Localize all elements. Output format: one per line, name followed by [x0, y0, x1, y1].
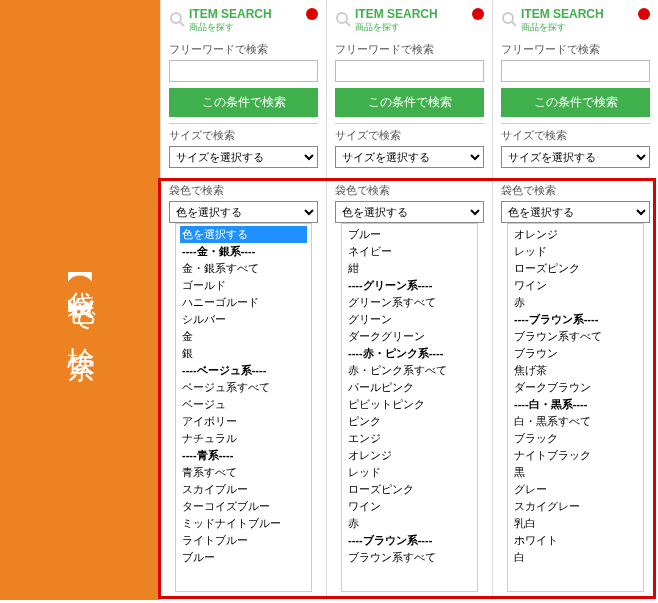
color-option[interactable]: 焦げ茶 [512, 362, 639, 379]
search-panel: ITEM SEARCH 商品を探す フリーワードで検索 この条件で検索 サイズで… [160, 0, 326, 600]
color-option[interactable]: 黒 [512, 464, 639, 481]
color-option[interactable]: オレンジ [512, 226, 639, 243]
color-option[interactable]: ----ブラウン系---- [512, 311, 639, 328]
color-search-section: 袋色で検索 色を選択する ブルーネイビー紺----グリーン系----グリーン系す… [335, 178, 484, 598]
color-option[interactable]: 乳白 [512, 515, 639, 532]
color-option[interactable]: ローズピンク [346, 481, 473, 498]
freeword-label: フリーワードで検索 [169, 42, 318, 57]
color-option[interactable]: スカイグレー [512, 498, 639, 515]
color-option[interactable]: 白・黒系すべて [512, 413, 639, 430]
notification-dot-icon [306, 8, 318, 20]
color-search-label: 袋色で検索 [501, 183, 650, 198]
panels-wrap: ITEM SEARCH 商品を探す フリーワードで検索 この条件で検索 サイズで… [160, 0, 658, 600]
freeword-input[interactable] [169, 60, 318, 82]
color-option[interactable]: ナチュラル [180, 430, 307, 447]
color-option[interactable]: ----白・黒系---- [512, 396, 639, 413]
freeword-input[interactable] [501, 60, 650, 82]
color-option[interactable]: 金・銀系すべて [180, 260, 307, 277]
color-option[interactable]: ミッドナイトブルー [180, 515, 307, 532]
size-select[interactable]: サイズを選択する [169, 146, 318, 168]
color-option[interactable]: ----ブラウン系---- [346, 532, 473, 549]
color-option[interactable]: ワイン [346, 498, 473, 515]
svg-line-5 [512, 22, 516, 26]
color-option[interactable]: 赤・ピンク系すべて [346, 362, 473, 379]
color-option[interactable]: ナイトブラック [512, 447, 639, 464]
color-option[interactable]: ブルー [180, 549, 307, 566]
color-option[interactable]: ターコイズブルー [180, 498, 307, 515]
color-option[interactable]: パールピンク [346, 379, 473, 396]
color-option[interactable]: 金 [180, 328, 307, 345]
size-search-label: サイズで検索 [169, 128, 318, 143]
color-option[interactable]: 銀 [180, 345, 307, 362]
color-option[interactable]: ブルー [346, 226, 473, 243]
size-search-label: サイズで検索 [501, 128, 650, 143]
search-icon [335, 11, 351, 31]
color-option[interactable]: ゴールド [180, 277, 307, 294]
color-select[interactable]: 色を選択する [335, 201, 484, 223]
color-option[interactable]: スカイブルー [180, 481, 307, 498]
color-option[interactable]: ----赤・ピンク系---- [346, 345, 473, 362]
color-option[interactable]: シルバー [180, 311, 307, 328]
freeword-label: フリーワードで検索 [501, 42, 650, 57]
color-search-section: 袋色で検索 色を選択する 色を選択する----金・銀系----金・銀系すべてゴー… [169, 178, 318, 598]
size-select[interactable]: サイズを選択する [335, 146, 484, 168]
notification-dot-icon [638, 8, 650, 20]
search-button[interactable]: この条件で検索 [501, 88, 650, 117]
color-select[interactable]: 色を選択する [501, 201, 650, 223]
color-option[interactable]: ピビットピンク [346, 396, 473, 413]
color-option[interactable]: アイボリー [180, 413, 307, 430]
color-option[interactable]: ----ベージュ系---- [180, 362, 307, 379]
color-option[interactable]: ----グリーン系---- [346, 277, 473, 294]
color-option[interactable]: ピンク [346, 413, 473, 430]
color-option[interactable]: 色を選択する [180, 226, 307, 243]
color-option[interactable]: ダークブラウン [512, 379, 639, 396]
color-option[interactable]: ネイビー [346, 243, 473, 260]
item-search-title: ITEM SEARCH [355, 8, 438, 21]
sidebar-title: 【袋色】で検索 [61, 263, 99, 337]
color-options-listbox[interactable]: オレンジレッドローズピンクワイン赤----ブラウン系----ブラウン系すべてブラ… [507, 223, 644, 592]
color-option[interactable]: ワイン [512, 277, 639, 294]
color-option[interactable]: ベージュ系すべて [180, 379, 307, 396]
color-options-listbox[interactable]: ブルーネイビー紺----グリーン系----グリーン系すべてグリーンダークグリーン… [341, 223, 478, 592]
color-option[interactable]: グリーン系すべて [346, 294, 473, 311]
search-button[interactable]: この条件で検索 [335, 88, 484, 117]
color-option[interactable]: ベージュ [180, 396, 307, 413]
size-select[interactable]: サイズを選択する [501, 146, 650, 168]
color-option[interactable]: ブラウン [512, 345, 639, 362]
color-option[interactable]: ライトブルー [180, 532, 307, 549]
color-option[interactable]: エンジ [346, 430, 473, 447]
color-option[interactable]: 赤 [346, 515, 473, 532]
color-option[interactable]: ローズピンク [512, 260, 639, 277]
search-button[interactable]: この条件で検索 [169, 88, 318, 117]
color-option[interactable]: ブラウン系すべて [512, 328, 639, 345]
item-search-subtitle: 商品を探す [521, 21, 604, 34]
svg-point-2 [337, 13, 347, 23]
color-option[interactable]: レッド [346, 464, 473, 481]
color-option[interactable]: 赤 [512, 294, 639, 311]
color-option[interactable]: ----金・銀系---- [180, 243, 307, 260]
color-select[interactable]: 色を選択する [169, 201, 318, 223]
freeword-input[interactable] [335, 60, 484, 82]
color-option[interactable]: ----青系---- [180, 447, 307, 464]
color-option[interactable]: オレンジ [346, 447, 473, 464]
item-search-header: ITEM SEARCH 商品を探す [501, 8, 650, 34]
color-option[interactable]: グレー [512, 481, 639, 498]
color-option[interactable]: レッド [512, 243, 639, 260]
item-search-title: ITEM SEARCH [189, 8, 272, 21]
color-option[interactable]: ブラック [512, 430, 639, 447]
color-option[interactable]: 青系すべて [180, 464, 307, 481]
color-search-label: 袋色で検索 [169, 183, 318, 198]
color-option[interactable]: ブラウン系すべて [346, 549, 473, 566]
color-option[interactable]: グリーン [346, 311, 473, 328]
color-options-listbox[interactable]: 色を選択する----金・銀系----金・銀系すべてゴールドハニーゴルードシルバー… [175, 223, 312, 592]
search-panel: ITEM SEARCH 商品を探す フリーワードで検索 この条件で検索 サイズで… [492, 0, 658, 600]
svg-point-0 [171, 13, 181, 23]
color-option[interactable]: ダークグリーン [346, 328, 473, 345]
color-option[interactable]: ホワイト [512, 532, 639, 549]
color-option[interactable]: 紺 [346, 260, 473, 277]
notification-dot-icon [472, 8, 484, 20]
color-option[interactable]: 白 [512, 549, 639, 566]
color-option[interactable]: ハニーゴルード [180, 294, 307, 311]
item-search-subtitle: 商品を探す [355, 21, 438, 34]
search-panel: ITEM SEARCH 商品を探す フリーワードで検索 この条件で検索 サイズで… [326, 0, 492, 600]
